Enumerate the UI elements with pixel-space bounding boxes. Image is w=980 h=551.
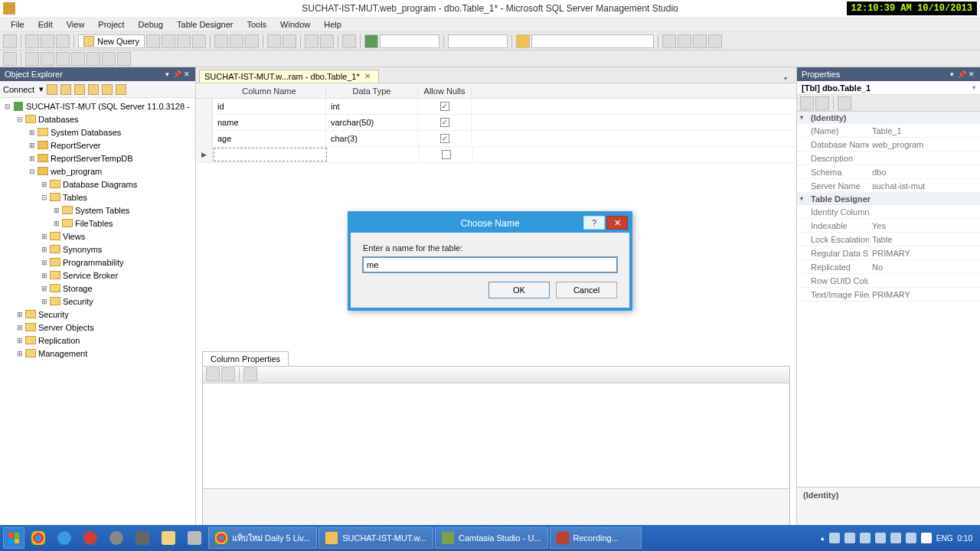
taskbar-ie-icon[interactable] xyxy=(52,527,77,549)
tree-reportserver[interactable]: ⊞ReportServer xyxy=(0,139,195,152)
prop-row[interactable]: Server Namesuchat-ist-mut xyxy=(797,179,980,193)
menu-edit[interactable]: Edit xyxy=(32,18,59,31)
alphabetical-button[interactable] xyxy=(221,367,235,381)
tree-file-tables[interactable]: ⊞FileTables xyxy=(0,217,195,230)
props-close-icon[interactable]: ✕ xyxy=(968,70,975,78)
cut-button[interactable] xyxy=(214,34,228,48)
tree-views[interactable]: ⊞Views xyxy=(0,230,195,243)
dialog-close-button[interactable]: ✕ xyxy=(606,216,628,230)
menu-file[interactable]: File xyxy=(5,18,31,31)
categorized-button[interactable] xyxy=(206,367,220,381)
table-row[interactable]: id int ✓ xyxy=(196,99,796,115)
fulltext-button[interactable] xyxy=(87,52,100,66)
menu-debug[interactable]: Debug xyxy=(132,18,169,31)
mdx-query-button[interactable] xyxy=(177,34,191,48)
dialog-titlebar[interactable]: Choose Name ? ✕ xyxy=(351,214,629,233)
prop-row[interactable]: Description xyxy=(797,152,980,165)
properties-window-button[interactable] xyxy=(708,34,722,48)
save-all-button[interactable] xyxy=(56,34,70,48)
generate-script-button[interactable] xyxy=(3,52,17,66)
props-dropdown-icon[interactable]: ▾ xyxy=(948,70,956,78)
taskbar-chrome-icon[interactable] xyxy=(26,527,51,549)
relationships-button[interactable] xyxy=(41,52,54,66)
tray-network-icon[interactable] xyxy=(875,533,886,543)
allow-nulls-checkbox[interactable]: ✓ xyxy=(440,118,449,127)
activity-button[interactable] xyxy=(342,34,356,48)
tray-icon[interactable] xyxy=(829,533,840,543)
tree-server[interactable]: ⊟SUCHAT-IST-MUT (SQL Server 11.0.3128 - xyxy=(0,99,195,112)
oe-disconnect-icon[interactable] xyxy=(60,84,71,95)
oe-stop-icon[interactable] xyxy=(74,84,85,95)
tree-tables[interactable]: ⊟Tables xyxy=(0,191,195,204)
ok-button[interactable]: OK xyxy=(488,282,550,298)
oe-search-icon[interactable] xyxy=(116,84,126,95)
prop-row[interactable]: ReplicatedNo xyxy=(797,260,980,274)
start-debug-button[interactable] xyxy=(364,34,378,48)
tree-web-program[interactable]: ⊟web_program xyxy=(0,165,195,178)
check-constraints-button[interactable] xyxy=(71,52,85,66)
tree-storage[interactable]: ⊞Storage xyxy=(0,282,195,295)
new-project-button[interactable] xyxy=(3,34,17,48)
tree-programmability[interactable]: ⊞Programmability xyxy=(0,256,195,269)
tray-clock[interactable]: 0:10 xyxy=(958,534,972,543)
analysis-query-button[interactable] xyxy=(162,34,175,48)
connect-button[interactable]: Connect xyxy=(3,85,34,94)
oe-filter-icon[interactable] xyxy=(88,84,99,95)
database-selector-icon[interactable] xyxy=(516,34,530,48)
spatial-indexes-button[interactable] xyxy=(117,52,131,66)
prop-row[interactable]: Lock EscalationTable xyxy=(797,233,980,246)
menu-window[interactable]: Window xyxy=(274,18,316,31)
tree-reportservertempdb[interactable]: ⊞ReportServerTempDB xyxy=(0,152,195,165)
taskbar-app4-icon[interactable] xyxy=(182,527,207,549)
copy-button[interactable] xyxy=(230,34,243,48)
nav-back-button[interactable] xyxy=(305,34,318,48)
cancel-button[interactable]: Cancel xyxy=(556,282,617,298)
menu-project[interactable]: Project xyxy=(92,18,130,31)
tray-volume-icon[interactable] xyxy=(860,533,871,543)
menu-help[interactable]: Help xyxy=(318,18,348,31)
dmx-query-button[interactable] xyxy=(192,34,206,48)
document-tab[interactable]: SUCHAT-IST-MUT.w...ram - dbo.Table_1* ✕ xyxy=(199,70,379,83)
props-alphabetical-button[interactable] xyxy=(815,96,829,110)
prop-row[interactable]: Regular Data SpacPRIMARY xyxy=(797,246,980,260)
table-row[interactable]: name varchar(50) ✓ xyxy=(196,115,796,131)
oe-dropdown-icon[interactable]: ▾ xyxy=(163,70,171,78)
db-engine-query-button[interactable] xyxy=(146,34,160,48)
tree-management[interactable]: ⊞Management xyxy=(0,347,195,360)
props-pages-button[interactable] xyxy=(838,96,851,110)
find-combo[interactable] xyxy=(448,34,508,48)
props-pin-icon[interactable]: 📌 xyxy=(958,70,965,78)
menu-tools[interactable]: Tools xyxy=(240,18,273,31)
prop-category-identity[interactable]: (Identity) xyxy=(797,112,980,124)
undo-button[interactable] xyxy=(267,34,281,48)
allow-nulls-checkbox[interactable]: ✓ xyxy=(440,102,449,111)
tray-icon[interactable] xyxy=(906,533,916,543)
tray-icon[interactable] xyxy=(890,533,901,543)
prop-category-designer[interactable]: Table Designer xyxy=(797,193,980,205)
prop-row[interactable]: Text/Image FilegrPRIMARY xyxy=(797,288,980,302)
save-button[interactable] xyxy=(41,34,54,48)
tray-action-center-icon[interactable] xyxy=(921,533,932,543)
taskbar-task[interactable]: Camtasia Studio - U... xyxy=(435,527,548,549)
taskbar-task[interactable]: SUCHAT-IST-MUT.w... xyxy=(318,527,433,549)
menu-view[interactable]: View xyxy=(60,18,91,31)
tab-overflow-icon[interactable]: ▾ xyxy=(784,75,792,83)
allow-nulls-checkbox[interactable]: ✓ xyxy=(440,134,449,143)
tab-close-icon[interactable]: ✕ xyxy=(364,72,374,81)
allow-nulls-checkbox[interactable] xyxy=(442,150,451,159)
redo-button[interactable] xyxy=(283,34,296,48)
props-categorized-button[interactable] xyxy=(800,96,814,110)
taskbar-task[interactable]: แท็บใหม่ Daily 5 Liv... xyxy=(208,527,317,549)
tray-icon[interactable] xyxy=(844,533,855,543)
new-column-name-cell[interactable] xyxy=(214,148,327,161)
tray-language[interactable]: ENG xyxy=(936,534,953,543)
template-browser-button[interactable] xyxy=(693,34,707,48)
object-explorer-button[interactable] xyxy=(678,34,691,48)
database-selector[interactable] xyxy=(531,34,654,48)
nav-fwd-button[interactable] xyxy=(320,34,334,48)
taskbar-app2-icon[interactable] xyxy=(104,527,129,549)
prop-row[interactable]: Database Nameweb_program xyxy=(797,138,980,152)
prop-row[interactable]: IndexableYes xyxy=(797,219,980,233)
tree-synonyms[interactable]: ⊞Synonyms xyxy=(0,243,195,256)
registered-servers-button[interactable] xyxy=(662,34,676,48)
